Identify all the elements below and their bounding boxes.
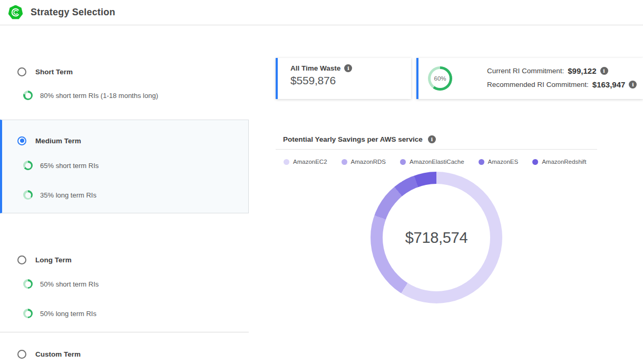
- legend-label: AmazonRDS: [351, 159, 386, 165]
- app-logo: [8, 5, 23, 19]
- savings-donut-chart: $718,574: [371, 172, 502, 303]
- current-ri-commitment-row: Current RI Commitment: $99,122 i: [487, 66, 637, 75]
- strategy-option-long-term[interactable]: Long Term: [0, 255, 249, 264]
- legend-item-amazonec2[interactable]: AmazonEC2: [284, 159, 327, 165]
- logo-icon: [8, 5, 23, 19]
- info-icon[interactable]: i: [344, 64, 352, 72]
- strategy-options-list: Short Term 80% short term RIs (1-18 mont…: [0, 25, 249, 364]
- allocation-label: 35% long term RIs: [40, 191, 96, 199]
- waste-card-title: All Time Waste: [290, 64, 340, 72]
- radio-medium-term[interactable]: [17, 136, 26, 145]
- legend-item-amazonelasticache[interactable]: AmazonElastiCache: [400, 159, 464, 165]
- chart-header: Potential Yearly Savings per AWS service…: [283, 135, 436, 143]
- allocation-ring-50-short: [23, 279, 33, 289]
- allocation-item: 65% short term RIs: [2, 161, 249, 170]
- legend-dot: [479, 159, 484, 165]
- page-title: Strategy Selection: [31, 0, 115, 25]
- strategy-option-short-term[interactable]: Short Term: [0, 67, 249, 76]
- strategy-option-custom-term[interactable]: Custom Term: [0, 349, 249, 359]
- legend-label: AmazonElastiCache: [410, 159, 464, 165]
- allocation-label: 80% short term RIs (1-18 months long): [40, 92, 158, 100]
- legend-label: AmazonES: [488, 159, 519, 165]
- legend-label: AmazonRedshift: [542, 159, 586, 165]
- info-icon[interactable]: i: [600, 67, 608, 75]
- option-label-medium-term: Medium Term: [35, 137, 81, 145]
- allocation-ring-50-long: [23, 309, 33, 318]
- ri-commitment-card: 60% Current RI Commitment: $99,122 i Rec…: [416, 58, 643, 99]
- allocation-label: 50% short term RIs: [40, 280, 99, 288]
- current-ri-value: $99,122: [568, 66, 596, 75]
- chart-title: Potential Yearly Savings per AWS service: [283, 135, 423, 143]
- legend-dot: [532, 159, 538, 165]
- option-label-long-term: Long Term: [35, 256, 72, 264]
- current-ri-label: Current RI Commitment:: [487, 67, 564, 75]
- donut-hole: $718,574: [383, 184, 490, 291]
- all-time-waste-card: All Time Waste i $559,876: [276, 58, 411, 99]
- allocation-ring-65: [23, 161, 33, 170]
- donut-total-value: $718,574: [405, 229, 468, 247]
- legend-item-amazonredshift[interactable]: AmazonRedshift: [532, 159, 586, 165]
- legend-item-amazones[interactable]: AmazonES: [479, 159, 519, 165]
- strategy-selection-page: Strategy Selection Short Term 80% short …: [0, 0, 643, 364]
- legend-dot: [342, 159, 347, 165]
- allocation-item: 50% short term RIs: [0, 279, 249, 289]
- legend-item-amazonrds[interactable]: AmazonRDS: [342, 159, 386, 165]
- legend-dot: [400, 159, 406, 165]
- chart-legend: AmazonEC2AmazonRDSAmazonElastiCacheAmazo…: [284, 159, 598, 165]
- chart-header-divider: [276, 149, 597, 150]
- allocation-item: 50% long term RIs: [0, 309, 249, 318]
- info-icon[interactable]: i: [428, 135, 436, 143]
- allocation-item: 35% long term RIs: [2, 190, 249, 200]
- radio-custom-term[interactable]: [17, 350, 26, 359]
- allocation-item: 80% short term RIs (1-18 months long): [0, 91, 249, 100]
- section-divider: [0, 332, 249, 332]
- waste-amount: $559,876: [290, 74, 411, 87]
- selected-strategy-panel: Medium Term 65% short term RIs 35% long …: [0, 120, 249, 213]
- legend-dot: [284, 159, 289, 165]
- option-label-custom-term: Custom Term: [35, 350, 81, 358]
- recommended-ri-label: Recommended RI Commitment:: [487, 81, 589, 88]
- page-header: Strategy Selection: [0, 0, 643, 25]
- allocation-label: 50% long term RIs: [40, 310, 96, 318]
- radio-short-term[interactable]: [17, 67, 26, 76]
- commitment-progress-ring: 60%: [428, 66, 452, 91]
- option-label-short-term: Short Term: [35, 68, 73, 76]
- recommended-ri-value: $163,947: [592, 80, 626, 89]
- recommended-ri-commitment-row: Recommended RI Commitment: $163,947 i: [487, 80, 637, 89]
- allocation-ring-80: [23, 91, 33, 100]
- info-icon[interactable]: i: [629, 81, 637, 88]
- allocation-label: 65% short term RIs: [40, 162, 99, 170]
- strategy-option-medium-term[interactable]: Medium Term: [2, 136, 249, 145]
- legend-label: AmazonEC2: [293, 159, 327, 165]
- radio-long-term[interactable]: [17, 255, 26, 264]
- commitment-ring-label: 60%: [434, 75, 446, 82]
- allocation-ring-35: [23, 190, 33, 200]
